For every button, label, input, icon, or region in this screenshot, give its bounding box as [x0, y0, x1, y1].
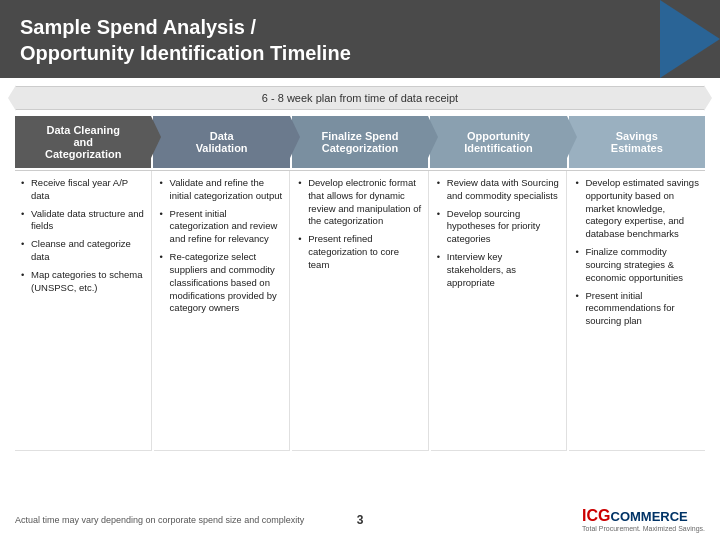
logo-tagline: Total Procurement. Maximized Savings.	[582, 525, 705, 532]
content-cell-5: Develop estimated savings opportunity ba…	[569, 171, 705, 451]
list-item: Validate data structure and fields	[21, 208, 145, 234]
list-item: Develop electronic format that allows fo…	[298, 177, 422, 228]
content-cell-3: Develop electronic format that allows fo…	[292, 171, 429, 451]
list-item: Validate and refine the initial categori…	[160, 177, 284, 203]
bullet-list-1: Receive fiscal year A/P data Validate da…	[21, 177, 145, 295]
timeline-label: 6 - 8 week plan from time of data receip…	[15, 86, 705, 110]
main-content: Data Cleaning and Categorization Data Va…	[0, 116, 720, 451]
phase-header-5: Savings Estimates	[569, 116, 705, 168]
content-cell-2: Validate and refine the initial categori…	[154, 171, 291, 451]
footer-disclaimer: Actual time may vary depending on corpor…	[15, 515, 304, 525]
list-item: Develop estimated savings opportunity ba…	[575, 177, 699, 241]
footer: Actual time may vary depending on corpor…	[15, 507, 705, 532]
list-item: Present initial recommendations for sour…	[575, 290, 699, 328]
list-item: Present initial categorization and revie…	[160, 208, 284, 246]
bullet-list-4: Review data with Sourcing and commodity …	[437, 177, 561, 290]
list-item: Receive fiscal year A/P data	[21, 177, 145, 203]
list-item: Develop sourcing hypotheses for priority…	[437, 208, 561, 246]
header-arrow-decoration	[660, 0, 720, 78]
content-cell-4: Review data with Sourcing and commodity …	[431, 171, 568, 451]
footer-page-number: 3	[357, 513, 364, 527]
bullet-list-5: Develop estimated savings opportunity ba…	[575, 177, 699, 328]
list-item: Re-categorize select suppliers and commo…	[160, 251, 284, 315]
icg-logo: ICGCOMMERCE Total Procurement. Maximized…	[582, 507, 705, 532]
list-item: Present refined categorization to core t…	[298, 233, 422, 271]
bullet-list-3: Develop electronic format that allows fo…	[298, 177, 422, 272]
list-item: Finalize commodity sourcing strategies &…	[575, 246, 699, 284]
logo-area: ICGCOMMERCE Total Procurement. Maximized…	[582, 507, 705, 532]
header: Sample Spend Analysis / Opportunity Iden…	[0, 0, 720, 78]
phases-header-row: Data Cleaning and Categorization Data Va…	[15, 116, 705, 168]
list-item: Map categories to schema (UNSPSC, etc.)	[21, 269, 145, 295]
phase-header-3: Finalize Spend Categorization	[292, 116, 428, 168]
phase-header-4: Opportunity Identification	[430, 116, 566, 168]
list-item: Interview key stakeholders, as appropria…	[437, 251, 561, 289]
phase-header-1: Data Cleaning and Categorization	[15, 116, 151, 168]
list-item: Review data with Sourcing and commodity …	[437, 177, 561, 203]
header-title: Sample Spend Analysis / Opportunity Iden…	[20, 14, 700, 66]
list-item: Cleanse and categorize data	[21, 238, 145, 264]
content-row: Receive fiscal year A/P data Validate da…	[15, 170, 705, 451]
phase-header-2: Data Validation	[153, 116, 289, 168]
page: Sample Spend Analysis / Opportunity Iden…	[0, 0, 720, 540]
content-cell-1: Receive fiscal year A/P data Validate da…	[15, 171, 152, 451]
bullet-list-2: Validate and refine the initial categori…	[160, 177, 284, 315]
